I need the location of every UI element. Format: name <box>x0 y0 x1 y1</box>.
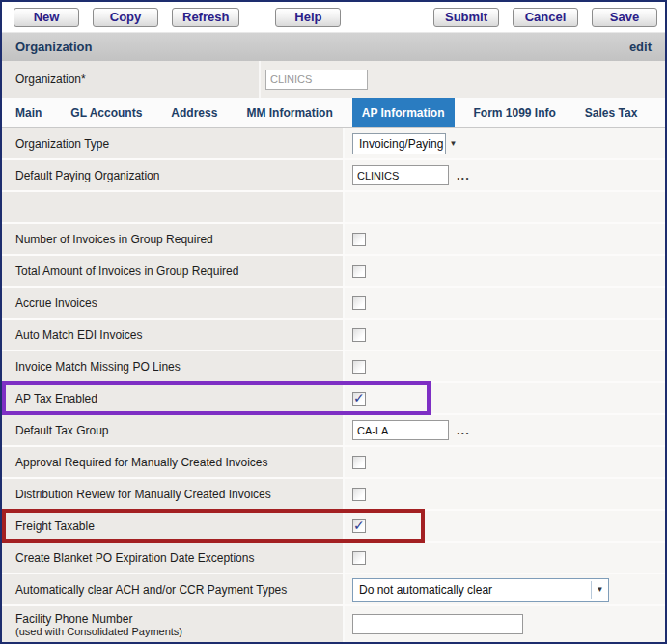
tab-gl-accounts[interactable]: GL Accounts <box>61 98 152 127</box>
field-label: Distribution Review for Manually Created… <box>15 488 343 501</box>
row-number-of-invoices-in-group-required: Number of Invoices in Group Required <box>2 224 665 256</box>
selected-value: Invoicing/Paying <box>353 137 449 151</box>
field-label: Accrue Invoices <box>15 296 343 310</box>
approval-required-checkbox[interactable] <box>352 456 366 469</box>
tab-address[interactable]: Address <box>161 98 227 127</box>
organization-window: New Copy Refresh Help Submit Cancel Save… <box>0 0 667 644</box>
field-label: Approval Required for Manually Created I… <box>15 456 343 469</box>
chevron-down-icon: ▼ <box>449 139 457 148</box>
blanket-po-exceptions-checkbox[interactable] <box>352 551 366 565</box>
selected-value: Do not automatically clear <box>353 583 498 597</box>
field-label: Auto Match EDI Invoices <box>15 328 343 342</box>
tab-sales-tax[interactable]: Sales Tax <box>575 98 647 127</box>
row-auto-match-edi-invoices: Auto Match EDI Invoices <box>2 320 665 351</box>
field-label: AP Tax Enabled <box>15 392 343 406</box>
row-default-paying-organization: Default Paying Organization ... <box>2 160 665 192</box>
organization-field-row: Organization* <box>2 61 665 98</box>
field-label: Automatically clear ACH and/or CCR Payme… <box>15 583 343 597</box>
tab-ap-information[interactable]: AP Information <box>352 98 455 127</box>
refresh-button[interactable]: Refresh <box>172 8 239 27</box>
tab-bar: Main GL Accounts Address MM Information … <box>2 98 665 128</box>
auto-match-edi-checkbox[interactable] <box>352 328 366 342</box>
distribution-review-checkbox[interactable] <box>352 488 366 501</box>
row-total-amount-of-invoices-in-group-required: Total Amount of Invoices in Group Requir… <box>2 256 665 288</box>
page-title: Organization <box>15 40 92 54</box>
row-default-tax-group: Default Tax Group ... <box>2 415 665 447</box>
total-amount-checkbox[interactable] <box>352 265 366 278</box>
chevron-down-icon: ▼ <box>591 581 608 599</box>
tab-main[interactable]: Main <box>6 98 51 127</box>
field-label: Default Tax Group <box>15 424 343 437</box>
organization-type-select[interactable]: Invoicing/Paying ▼ <box>352 133 446 154</box>
help-button[interactable]: Help <box>275 8 341 27</box>
checkmark-icon: ✓ <box>353 518 365 533</box>
field-label: Create Blanket PO Expiration Date Except… <box>15 551 343 565</box>
row-organization-type: Organization Type Invoicing/Paying ▼ <box>2 128 665 160</box>
field-label: Total Amount of Invoices in Group Requir… <box>15 265 343 278</box>
number-of-invoices-checkbox[interactable] <box>352 233 366 246</box>
row-accrue-invoices: Accrue Invoices <box>2 288 665 320</box>
row-automatically-clear-payment-types: Automatically clear ACH and/or CCR Payme… <box>2 574 665 606</box>
default-paying-organization-input[interactable] <box>352 165 449 185</box>
copy-button[interactable]: Copy <box>93 8 158 27</box>
submit-button[interactable]: Submit <box>433 8 499 27</box>
lookup-ellipsis-button[interactable]: ... <box>457 171 470 181</box>
row-empty <box>2 192 665 224</box>
organization-input[interactable] <box>265 70 368 90</box>
row-create-blanket-po-expiration-exceptions: Create Blanket PO Expiration Date Except… <box>2 543 665 574</box>
cancel-button[interactable]: Cancel <box>513 8 578 27</box>
row-approval-required-manual-invoices: Approval Required for Manually Created I… <box>2 447 665 479</box>
row-ap-tax-enabled: AP Tax Enabled ✓ <box>2 383 665 415</box>
freight-taxable-checkbox[interactable]: ✓ <box>352 519 366 533</box>
ap-information-form: Organization Type Invoicing/Paying ▼ Def… <box>2 128 665 642</box>
ap-tax-enabled-checkbox[interactable]: ✓ <box>352 392 366 406</box>
lookup-ellipsis-button[interactable]: ... <box>457 426 470 435</box>
tab-mm-information[interactable]: MM Information <box>236 98 342 127</box>
row-freight-taxable: Freight Taxable ✓ <box>2 511 665 543</box>
toolbar: New Copy Refresh Help Submit Cancel Save <box>2 2 665 32</box>
organization-label: Organization* <box>2 61 261 98</box>
facility-phone-number-input[interactable] <box>352 614 523 634</box>
default-tax-group-input[interactable] <box>352 420 449 440</box>
section-header: Organization edit <box>2 32 665 61</box>
field-label: Default Paying Organization <box>15 169 343 182</box>
row-invoice-match-missing-po-lines: Invoice Match Missing PO Lines <box>2 351 665 383</box>
field-label: Freight Taxable <box>15 519 343 533</box>
field-label: Organization Type <box>15 137 343 151</box>
save-button[interactable]: Save <box>592 8 657 27</box>
field-label: Number of Invoices in Group Required <box>15 233 343 246</box>
row-facility-phone-number: Facility Phone Number (used with Consoli… <box>2 606 665 642</box>
tab-form-1099-info[interactable]: Form 1099 Info <box>464 98 566 127</box>
checkmark-icon: ✓ <box>353 390 365 406</box>
auto-clear-payment-types-select[interactable]: Do not automatically clear ▼ <box>352 578 609 602</box>
field-sublabel: (used with Consolidated Payments) <box>15 626 343 637</box>
invoice-match-missing-po-checkbox[interactable] <box>352 360 366 374</box>
edit-link[interactable]: edit <box>629 40 652 54</box>
new-button[interactable]: New <box>14 8 79 27</box>
row-distribution-review-manual-invoices: Distribution Review for Manually Created… <box>2 479 665 511</box>
field-label: Invoice Match Missing PO Lines <box>15 360 343 374</box>
field-label: Facility Phone Number <box>15 612 343 626</box>
accrue-invoices-checkbox[interactable] <box>352 296 366 310</box>
